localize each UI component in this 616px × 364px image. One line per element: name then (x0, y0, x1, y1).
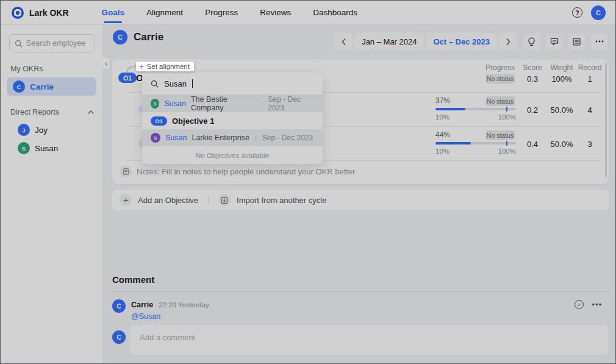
kr1-status-badge[interactable]: No status (485, 96, 515, 106)
direct-reports-header[interactable]: Direct Reports (10, 108, 94, 116)
text-cursor (192, 79, 193, 88)
cycle-oct-dec-2023[interactable]: Oct – Dec 2023 (426, 33, 497, 50)
set-alignment-button[interactable]: + Set alignment (136, 62, 194, 71)
navbar-right: ? C (572, 5, 606, 20)
more-button[interactable] (591, 34, 607, 50)
employee-search-input[interactable] (26, 39, 87, 48)
result-avatar: S (151, 133, 160, 143)
add-comment-placeholder: Add a comment (140, 333, 598, 342)
kr2-progress-value: 44% (435, 130, 450, 139)
lightbulb-icon (528, 37, 535, 46)
kr2-progress-slider[interactable] (435, 142, 516, 145)
comment-body-mention[interactable]: @Susan (131, 312, 160, 321)
result-person-name: Susan (164, 99, 185, 108)
comment-author-avatar: C (112, 299, 126, 313)
chevron-right-icon (506, 38, 510, 45)
kr1-slider-thumb[interactable] (506, 107, 507, 112)
tab-goals[interactable]: Goals (102, 1, 125, 24)
kr2-slider-thumb[interactable] (506, 141, 507, 146)
comments-button[interactable] (546, 34, 562, 50)
chevron-left-icon (342, 38, 346, 45)
objective-status-badge[interactable]: No status (485, 74, 515, 84)
card-scrollbar[interactable] (605, 63, 607, 177)
add-comment-input[interactable]: Add a comment (130, 325, 608, 355)
result-person-name: Susan (165, 134, 187, 142)
plus-icon: + (139, 63, 144, 71)
cycle-next-button[interactable] (499, 33, 517, 50)
lark-okr-window: Lark OKR Goals Alignment Progress Review… (0, 0, 616, 364)
kr1-progress-value: 37% (435, 96, 450, 105)
alignment-search-dropdown: Susan S Susan The Bestie Company | Sep -… (142, 73, 323, 164)
column-header-weight: Weight (550, 63, 573, 72)
objective-badge: O1 (151, 116, 167, 126)
lark-okr-logo-icon (12, 7, 24, 19)
comment-actions: ✓ ••• (575, 300, 602, 309)
plus-icon (120, 194, 132, 206)
result-objective-1[interactable]: O1 Objective 1 (142, 112, 323, 129)
column-header-record: Record (578, 63, 602, 72)
tab-reviews[interactable]: Reviews (260, 1, 291, 24)
tab-progress[interactable]: Progress (205, 1, 238, 24)
tab-alignment[interactable]: Alignment (146, 1, 183, 24)
my-okrs-label: My OKRs (10, 65, 94, 73)
kr2-record[interactable]: 3 (587, 140, 592, 149)
kr1-record[interactable]: 4 (587, 105, 592, 115)
kr2-min-label: 10% (435, 148, 449, 155)
notes-doc-icon (120, 165, 132, 177)
page-avatar: C (113, 30, 127, 45)
joy-avatar: J (18, 124, 30, 136)
objective-record[interactable]: 1 (587, 74, 592, 84)
objective-weight: 100% (551, 74, 571, 84)
kr2-status-badge[interactable]: No status (485, 130, 515, 140)
sidebar-item-susan[interactable]: S Susan (7, 139, 96, 157)
view-button[interactable] (568, 34, 585, 50)
actions-divider (208, 196, 209, 204)
set-alignment-label: Set alignment (147, 63, 190, 70)
sidebar-item-carrie[interactable]: C Carrie (7, 77, 96, 96)
import-cycle-button[interactable]: Import from another cycle (237, 196, 326, 205)
susan-avatar: S (18, 142, 30, 154)
carrie-avatar: C (13, 80, 25, 93)
alignment-search-input[interactable]: Susan (142, 73, 323, 95)
tab-dashboards[interactable]: Dashboards (313, 1, 357, 24)
result-period: Sep - Dec 2023 (262, 134, 313, 142)
result-susan-larkie[interactable]: S Susan Larkie Enterprise | Sep - Dec 20… (142, 129, 323, 146)
search-query-text: Susan (164, 79, 187, 88)
kr1-max-label: 100% (496, 113, 516, 121)
search-icon (15, 40, 23, 48)
objective-actions-bar: Add an Objective Import from another cyc… (112, 190, 609, 210)
tips-button[interactable] (523, 34, 540, 50)
search-icon (151, 80, 159, 88)
cycle-switcher: Jan – Mar 2024 Oct – Dec 2023 (334, 33, 607, 50)
sidebar-item-joy[interactable]: J Joy (7, 121, 96, 139)
sidebar-item-label: Susan (35, 144, 58, 153)
column-header-progress: Progress (485, 63, 515, 72)
result-org: The Bestie Company (191, 95, 256, 112)
kr1-weight: 50.0% (551, 105, 573, 115)
comment-divider (112, 291, 608, 292)
objective-score: 0.3 (527, 74, 538, 84)
resolve-check-icon[interactable]: ✓ (575, 300, 584, 309)
employee-search[interactable] (9, 34, 95, 52)
result-susan-bestie[interactable]: S Susan The Bestie Company | Sep - Dec 2… (142, 95, 323, 112)
kr1-progress-fill (435, 108, 465, 110)
comment-bubble-icon (550, 38, 559, 46)
app-name: Lark OKR (29, 8, 69, 18)
comment-more-icon[interactable]: ••• (592, 300, 602, 309)
notes-placeholder: Notes: Fill in notes to help people unde… (137, 167, 355, 176)
add-objective-button[interactable]: Add an Objective (138, 196, 198, 205)
kr1-progress-slider[interactable] (435, 108, 516, 110)
comment-section-title: Comment (112, 274, 154, 285)
cycle-jan-mar-2024[interactable]: Jan – Mar 2024 (354, 33, 424, 50)
result-period: Sep - Dec 2023 (268, 95, 315, 112)
help-icon[interactable]: ? (572, 7, 582, 18)
kr2-max-label: 100% (496, 148, 516, 155)
cycle-prev-button[interactable] (334, 33, 353, 50)
sidebar: My OKRs C Carrie Direct Reports J Joy S … (1, 25, 103, 364)
result-separator: | (255, 134, 257, 141)
sidebar-collapse-button[interactable]: ‹ (102, 57, 111, 70)
page-title: Carrie (134, 31, 163, 43)
user-avatar[interactable]: C (591, 5, 606, 20)
kr2-weight: 50.0% (551, 140, 573, 149)
kr2-progress-fill (435, 142, 471, 145)
